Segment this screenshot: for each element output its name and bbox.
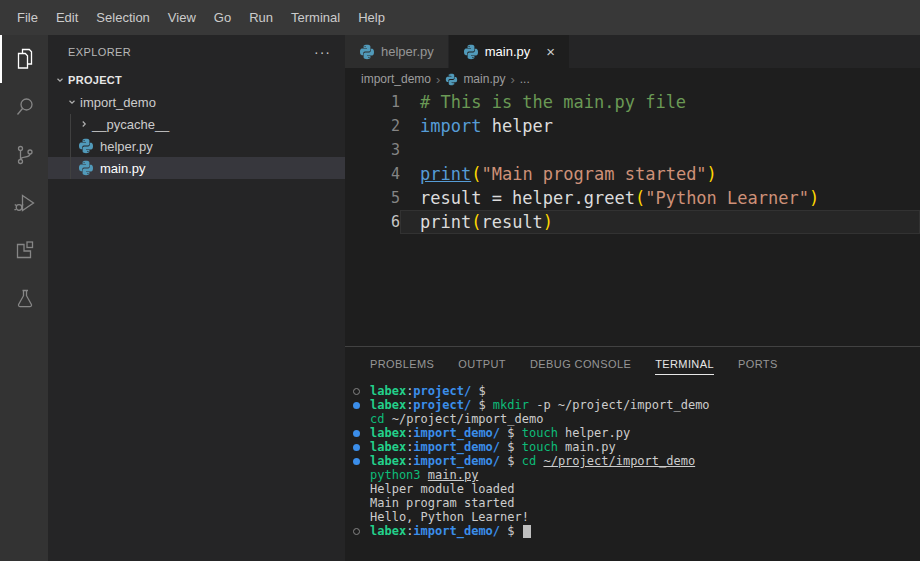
breadcrumb: import_demo › main.py › ...: [345, 68, 920, 90]
command-text: python3: [370, 468, 428, 482]
breadcrumb-symbol[interactable]: ...: [520, 72, 530, 86]
line-number: 1: [345, 93, 400, 111]
panel-tab-bar: PROBLEMS OUTPUT DEBUG CONSOLE TERMINAL P…: [345, 347, 920, 381]
path-link[interactable]: ~/project/import_demo: [543, 454, 695, 468]
tab-output[interactable]: OUTPUT: [458, 354, 506, 374]
testing-activity-button[interactable]: [0, 275, 48, 323]
string-token: "Python Learner": [645, 188, 809, 208]
tab-label: helper.py: [381, 44, 434, 59]
extensions-icon: [13, 239, 37, 263]
prompt-dir: import_demo/: [413, 440, 500, 454]
command-decoration-icon[interactable]: [353, 444, 360, 451]
tree-item-helper-py[interactable]: helper.py: [48, 135, 345, 157]
chevron-right-icon: ›: [510, 72, 514, 87]
menu-run[interactable]: Run: [240, 0, 282, 35]
files-icon: [13, 47, 37, 71]
prompt-symbol: $: [500, 454, 522, 468]
tab-bar: helper.py main.py ×: [345, 35, 920, 68]
file-link[interactable]: main.py: [428, 468, 479, 482]
breadcrumb-file[interactable]: main.py: [463, 72, 505, 86]
command-decoration-icon[interactable]: [353, 402, 360, 409]
indent-guide: [70, 114, 71, 179]
explorer-title: EXPLORER: [68, 46, 131, 58]
print-link-token[interactable]: print: [420, 164, 471, 184]
command-args: helper.py: [558, 426, 630, 440]
tab-debug-console[interactable]: DEBUG CONSOLE: [530, 354, 631, 374]
workbench: EXPLORER ··· PROJECT import_demo __pycac…: [0, 35, 920, 561]
command-text: cd: [370, 412, 384, 426]
terminal-line: Main program started: [345, 496, 920, 510]
line-number: 3: [345, 141, 400, 159]
source-control-activity-button[interactable]: [0, 131, 48, 179]
code-line-6: 6 print(result): [345, 210, 920, 234]
tab-terminal[interactable]: TERMINAL: [655, 354, 714, 375]
file-label: main.py: [100, 161, 146, 176]
prompt-symbol: $: [471, 384, 485, 398]
menu-view[interactable]: View: [159, 0, 205, 35]
terminal-line: labex:import_demo/ $ touch helper.py: [345, 426, 920, 440]
tree-item-main-py[interactable]: main.py: [48, 157, 345, 179]
tab-problems[interactable]: PROBLEMS: [370, 354, 434, 374]
explorer-section-project[interactable]: PROJECT: [48, 69, 345, 91]
code-line-1: 1 # This is the main.py file: [345, 90, 920, 114]
output-text: Hello, Python Learner!: [370, 510, 529, 524]
menu-edit[interactable]: Edit: [47, 0, 87, 35]
command-decoration-icon[interactable]: [353, 458, 360, 465]
command-args: main.py: [558, 440, 616, 454]
tab-ports[interactable]: PORTS: [738, 354, 778, 374]
prompt-sep: :: [406, 524, 413, 538]
output-text: Helper module loaded: [370, 482, 515, 496]
menu-selection[interactable]: Selection: [87, 0, 158, 35]
more-actions-icon[interactable]: ···: [314, 47, 331, 57]
explorer-activity-button[interactable]: [0, 35, 48, 83]
menu-terminal[interactable]: Terminal: [282, 0, 349, 35]
tree-item-import-demo[interactable]: import_demo: [48, 91, 345, 113]
run-debug-icon: [13, 191, 37, 215]
tree-item-pycache[interactable]: __pycache__: [48, 113, 345, 135]
beaker-icon: [13, 287, 37, 311]
terminal[interactable]: labex:project/ $ labex:project/ $ mkdir …: [345, 381, 920, 561]
string-token: "Main program started": [481, 164, 706, 184]
menu-file[interactable]: File: [8, 0, 47, 35]
terminal-line: labex:project/ $ mkdir -p ~/project/impo…: [345, 398, 920, 412]
code-editor[interactable]: 1 # This is the main.py file 2 import he…: [345, 90, 920, 346]
python-file-icon: [445, 73, 458, 86]
terminal-line: labex:import_demo/ $: [345, 524, 920, 538]
prompt-dir: import_demo/: [413, 426, 500, 440]
terminal-line: Helper module loaded: [345, 482, 920, 496]
command-text: touch: [522, 440, 558, 454]
prompt-sep: :: [406, 426, 413, 440]
command-text: cd: [522, 454, 544, 468]
prompt-sep: :: [406, 454, 413, 468]
prompt-symbol: $: [500, 524, 522, 538]
search-activity-button[interactable]: [0, 83, 48, 131]
explorer-header: EXPLORER ···: [48, 35, 345, 69]
close-icon[interactable]: ×: [546, 46, 555, 58]
menu-help[interactable]: Help: [349, 0, 394, 35]
menu-bar: File Edit Selection View Go Run Terminal…: [0, 0, 920, 35]
run-debug-activity-button[interactable]: [0, 179, 48, 227]
code-line-2: 2 import helper: [345, 114, 920, 138]
prompt-user: labex: [370, 384, 406, 398]
file-tree: import_demo __pycache__ helper.py: [48, 91, 345, 179]
command-decoration-icon[interactable]: [353, 388, 360, 395]
extensions-activity-button[interactable]: [0, 227, 48, 275]
command-decoration-icon[interactable]: [353, 528, 360, 535]
tab-helper-py[interactable]: helper.py: [345, 35, 449, 68]
terminal-line: labex:import_demo/ $ cd ~/project/import…: [345, 454, 920, 468]
line-number: 4: [345, 165, 400, 183]
python-file-icon: [78, 138, 94, 154]
bracket-token: ): [809, 188, 819, 208]
chevron-right-icon: ›: [436, 72, 440, 87]
breadcrumb-folder[interactable]: import_demo: [361, 72, 431, 86]
comment-token: # This is the main.py file: [420, 92, 686, 112]
python-file-icon: [359, 44, 375, 60]
command-text: touch: [522, 426, 558, 440]
prompt-symbol: $: [500, 426, 522, 440]
menu-go[interactable]: Go: [205, 0, 240, 35]
terminal-line: cd ~/project/import_demo: [345, 412, 920, 426]
prompt-user: labex: [370, 440, 406, 454]
command-decoration-icon[interactable]: [353, 430, 360, 437]
tab-main-py[interactable]: main.py ×: [449, 35, 570, 68]
editor-group: helper.py main.py × import_demo › main.p…: [345, 35, 920, 561]
